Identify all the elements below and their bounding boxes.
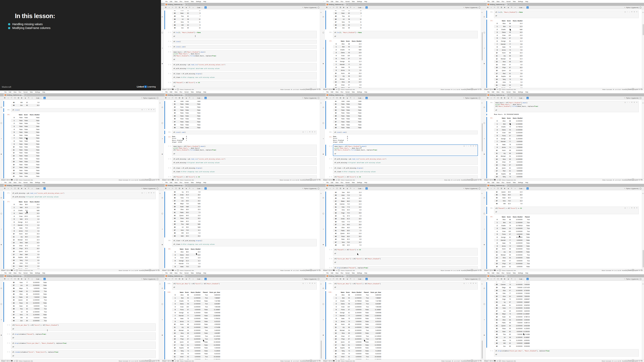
run-all-icon[interactable]: » — [514, 188, 516, 189]
extension-manager-icon[interactable]: ✚ — [323, 244, 324, 246]
scrollbar-thumb[interactable] — [643, 250, 644, 268]
kernel-status-text[interactable]: Python 3 (ipykernel) | Idle — [19, 270, 33, 271]
menu-kernel[interactable]: Kernel — [506, 1, 510, 2]
cell-collapser[interactable] — [164, 282, 165, 290]
cut-cell-icon[interactable]: ✂ — [333, 188, 334, 189]
mode-indicator[interactable]: Mode: Command — [602, 179, 612, 181]
menu-tabs[interactable]: Tabs — [352, 1, 355, 2]
delete-cell-icon[interactable]: ✕ — [636, 207, 637, 209]
duplicate-cell-icon[interactable]: ◫ — [624, 11, 626, 13]
code-cell[interactable]: mean_hours = df["Hours_Studied"].mean()p… — [333, 145, 478, 156]
kernel-name[interactable]: Python 3 (ipykernel) — [304, 7, 316, 8]
code-cell[interactable]: df.isna()◫↑↓⇞⇟✕ — [11, 108, 156, 112]
paste-cell-icon[interactable]: ▥ — [340, 278, 341, 280]
menu-help[interactable]: Help — [364, 1, 367, 2]
tab-notebook[interactable]: Modifying_Dataframes.ipy× — [486, 275, 507, 277]
copy-cell-icon[interactable]: ◫ — [497, 7, 499, 8]
code-cell[interactable]: df.loc[2, "Hours_Studied"] = None df — [172, 31, 317, 38]
copy-cell-icon[interactable]: ◫ — [14, 188, 16, 189]
menu-settings[interactable]: Settings — [196, 1, 201, 2]
table-of-contents-icon[interactable]: ≡ — [1, 138, 2, 139]
code-cell[interactable]: df.loc[2, "Hours_Studied"] = None df — [333, 31, 478, 38]
menu-help[interactable]: Help — [42, 182, 45, 183]
menu-view[interactable]: View — [496, 1, 500, 2]
code-cell[interactable]: df["Score_per_Hour"] = df["Score"] / df[… — [333, 282, 478, 290]
run-cell-icon[interactable]: ▶ — [504, 278, 506, 280]
cut-cell-icon[interactable]: ✂ — [333, 278, 334, 280]
code-cell[interactable]: mean_hours = df["Hours_Studied"].mean()p… — [494, 101, 639, 112]
cut-cell-icon[interactable]: ✂ — [333, 7, 334, 8]
gear-icon[interactable]: ⚙ — [642, 12, 644, 13]
menu-file[interactable]: File — [326, 1, 328, 2]
menu-file[interactable]: File — [4, 272, 6, 274]
add-cell-icon[interactable]: + — [490, 97, 492, 99]
restart-kernel-icon[interactable]: ↻ — [511, 7, 512, 8]
menu-kernel[interactable]: Kernel — [24, 91, 28, 93]
run-all-icon[interactable]: » — [192, 278, 194, 280]
extension-manager-icon[interactable]: ✚ — [1, 335, 2, 336]
menu-help[interactable]: Help — [364, 272, 367, 274]
code-cell[interactable]: mean_hours = df["Hours_Studied"].mean()p… — [172, 50, 317, 61]
cell-collapser[interactable] — [326, 10, 326, 29]
save-icon[interactable]: ▤ — [165, 278, 167, 280]
kernel-name[interactable]: Python 3 (ipykernel) — [465, 7, 478, 8]
cell-type-dropdown[interactable]: Code∨ — [519, 7, 524, 8]
move-cell-down-icon[interactable]: ↓ — [146, 192, 147, 194]
mode-indicator[interactable]: Mode: Command — [280, 360, 290, 362]
menu-edit[interactable]: Edit — [492, 91, 494, 93]
tab-notebook[interactable]: Modifying_Dataframes.ipy× — [326, 275, 346, 277]
copy-cell-icon[interactable]: ◫ — [336, 97, 338, 99]
code-cell[interactable]: df_clean = df_with_missing.dropna() df_c… — [172, 72, 317, 80]
extension-manager-icon[interactable]: ✚ — [484, 244, 485, 246]
cell-collapser[interactable] — [164, 130, 165, 134]
menu-settings[interactable]: Settings — [357, 182, 362, 183]
code-cell[interactable]: df.isna() — [172, 40, 317, 44]
kernel-status-text[interactable]: Python 3 (ipykernel) | Idle — [502, 89, 516, 90]
paste-cell-icon[interactable]: ▥ — [340, 7, 341, 8]
running-sessions-icon[interactable]: ◯ — [162, 303, 163, 305]
menu-kernel[interactable]: Kernel — [346, 1, 350, 2]
cell-collapser[interactable] — [164, 136, 165, 143]
running-sessions-icon[interactable]: ◯ — [162, 213, 163, 214]
mode-indicator[interactable]: Mode: Command — [280, 179, 289, 181]
menu-help[interactable]: Help — [525, 1, 528, 2]
copy-cell-icon[interactable]: ◫ — [175, 188, 177, 189]
code-cell[interactable]: df.isna().sum() — [333, 130, 478, 134]
menu-help[interactable]: Help — [525, 272, 528, 274]
cell-collapser[interactable] — [486, 101, 487, 112]
insert-cell-below-icon[interactable]: ⇟ — [312, 131, 313, 133]
menu-kernel[interactable]: Kernel — [506, 91, 510, 93]
notification-clear-icon[interactable]: ⊗ — [291, 270, 292, 271]
menu-tabs[interactable]: Tabs — [191, 91, 194, 93]
tab-notebook[interactable]: Modifying_Dataframes.ipy× — [164, 3, 185, 6]
delete-cell-icon[interactable]: ✕ — [636, 11, 637, 13]
menu-kernel[interactable]: Kernel — [184, 272, 188, 274]
cell-collapser[interactable] — [326, 266, 326, 269]
mode-indicator[interactable]: Mode: Command — [602, 270, 611, 271]
save-icon[interactable]: ▤ — [4, 188, 6, 189]
cell-type-dropdown[interactable]: Code∨ — [197, 97, 202, 99]
kernel-name[interactable]: Python 3 (ipykernel) — [143, 97, 156, 99]
menu-settings[interactable]: Settings — [357, 272, 362, 274]
new-tab-button[interactable]: + — [346, 94, 348, 96]
tab-notebook[interactable]: Modifying_Dataframes.ipy● — [164, 94, 185, 96]
kernel-status-text[interactable]: Python 3 (ipykernel) | Idle — [180, 179, 194, 181]
copy-cell-icon[interactable]: ◫ — [14, 278, 16, 280]
menu-file[interactable]: File — [165, 91, 168, 93]
paste-cell-icon[interactable]: ▥ — [500, 278, 502, 280]
code-cell[interactable]: mean_hours = df["Hours_Studied"].mean()p… — [172, 145, 317, 156]
kernel-status-text[interactable]: Python 3 (ipykernel) | Idle — [19, 360, 33, 362]
menu-run[interactable]: Run — [341, 182, 343, 183]
menu-kernel[interactable]: Kernel — [24, 272, 28, 274]
restart-kernel-icon[interactable]: ↻ — [350, 7, 352, 8]
mode-indicator[interactable]: Mode: Command — [441, 89, 450, 90]
code-cell[interactable]: df.rename(columns={"Score": "Exam_Score"… — [11, 350, 156, 358]
mode-indicator[interactable]: Mode: Command — [119, 270, 128, 271]
extension-manager-icon[interactable]: ✚ — [162, 153, 163, 155]
stop-kernel-icon[interactable]: ■ — [346, 97, 348, 99]
add-cell-icon[interactable]: + — [168, 7, 170, 8]
menu-run[interactable]: Run — [180, 1, 182, 2]
add-cell-icon[interactable]: + — [329, 188, 331, 189]
duplicate-cell-icon[interactable]: ◫ — [302, 131, 304, 133]
menu-view[interactable]: View — [14, 91, 16, 93]
